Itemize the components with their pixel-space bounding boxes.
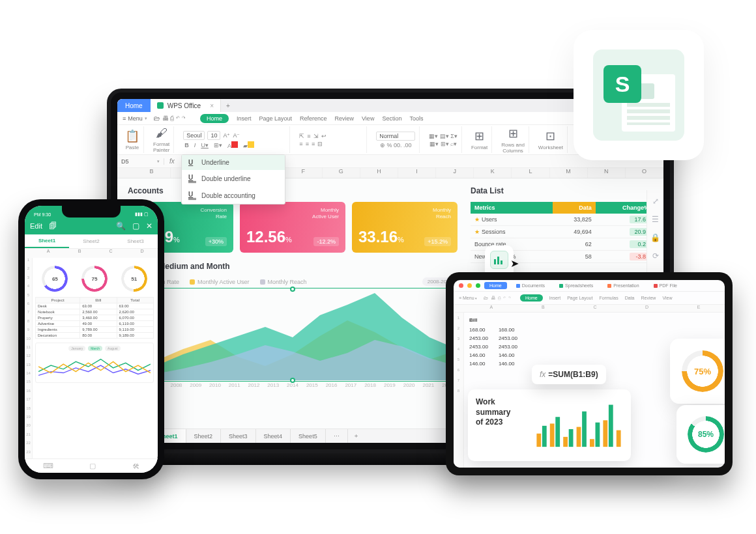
chip[interactable]: January [68,346,85,351]
wrap-text-icon[interactable]: ↩ [321,133,327,139]
minimize-dot-icon[interactable] [467,283,472,288]
table-row[interactable]: ★Sessions49,69420.9 [471,226,653,238]
sheet-tab[interactable]: Sheet3 [113,234,158,248]
rows-cols-dropdown[interactable]: ⊞ Rows and Columns [497,126,529,153]
ribbon-tab[interactable]: Page Layout [567,296,592,300]
expand-icon[interactable]: ⤢ [652,197,659,206]
svg-rect-5 [550,423,555,447]
refresh-icon[interactable]: ⟳ [652,251,659,260]
svg-rect-6 [555,417,560,447]
add-sheet-button[interactable]: ＋ [348,432,364,440]
phone-column-headers[interactable]: ABCD [25,249,158,258]
quick-icons[interactable]: 🗁🖶⎙↶↷ [484,296,514,300]
tablet-icon[interactable]: ▢ [89,462,96,470]
close-icon[interactable]: × [210,102,214,109]
ribbon-tab-page-layout[interactable]: Page Layout [259,115,292,122]
zoom-dot-icon[interactable] [476,283,480,288]
sliders-icon[interactable]: ☰ [652,215,659,224]
grow-font-icon[interactable]: A⁺ [223,132,230,139]
ribbon-tab[interactable]: Review [641,296,656,300]
tablet-column-headers[interactable]: ABCDE [454,305,725,313]
ribbon-tab[interactable]: View [662,296,672,300]
menu-button[interactable]: ≡ Menu [459,296,477,300]
tab-documents[interactable]: Documents [511,282,550,289]
align-right-icon[interactable]: ≡ [312,141,315,147]
quick-access-icons[interactable]: 🗁 🖶 ⎙ ↶ ↷ [154,115,186,122]
table-row[interactable]: ★Users33,82517.6 [471,214,653,226]
align-center-icon[interactable]: ≡ [306,141,309,147]
fx-icon[interactable]: fx [164,158,180,165]
underline-button[interactable]: U▾ [199,142,210,148]
tab-pdf[interactable]: PDF File [648,282,682,289]
tab-document[interactable]: WPS Office × [151,99,221,112]
underline-item[interactable]: UUnderline [182,155,285,170]
tab-presentation[interactable]: Presentation [602,282,644,289]
area-chart[interactable] [128,288,458,381]
italic-button[interactable]: I [193,142,197,148]
shrink-font-icon[interactable]: A⁻ [233,132,240,139]
ribbon-tab-home[interactable]: Home [520,294,543,302]
align-bottom-icon[interactable]: ⇲ [313,133,319,139]
edit-label[interactable]: Edit [30,222,42,230]
keyboard-icon[interactable]: ⌨ [43,462,53,470]
underline-item[interactable]: UDouble accounting [182,187,285,204]
font-color-button[interactable]: A [226,141,239,149]
underline-item[interactable]: UDouble underline [182,170,285,187]
align-left-icon[interactable]: ≡ [299,141,302,147]
sheet-tab[interactable]: Sheet2 [69,234,113,248]
kpi-card-reach[interactable]: Monthly Reach 33.16% +15.2% [352,202,458,253]
clipboard-icon[interactable]: 🗐 [49,221,57,231]
align-middle-icon[interactable]: ≡ [307,133,310,139]
ribbon-tab[interactable]: Insert [549,296,561,300]
ribbon-tab[interactable]: Formulas [599,296,618,300]
cell-style-group[interactable]: ▦▾ ▤▾ Σ▾ ▦▾ ⊞▾ ⌕▾ [425,126,462,153]
style-group[interactable]: Normal ⊕ % 00. .00 [372,126,420,153]
sheet-tab[interactable]: Sheet4 [256,429,291,443]
sheet-tab[interactable]: Sheet5 [291,429,326,443]
kpi-card-mau[interactable]: Monthly Active User 12.56% -12.2% [240,202,345,253]
work-summary-card: Work summary of 2023 [468,389,631,461]
align-top-icon[interactable]: ⇱ [299,133,304,139]
chart-type-icon[interactable] [490,251,508,269]
tab-home[interactable]: Home [117,99,151,112]
ribbon-tab-section[interactable]: Section [382,115,401,122]
cell-reference-box[interactable]: D5 [117,158,164,165]
lock-icon[interactable]: 🔒 [650,233,660,242]
menu-button[interactable]: ≡ Menu [123,115,147,122]
phone-line-chart: January March August [35,343,154,383]
paste-group[interactable]: 📋 Paste [121,126,144,153]
sheet-tab[interactable]: Sheet1 [25,234,69,248]
format-painter-group[interactable]: 🖌 Format Painter [149,126,174,153]
worksheet-dropdown[interactable]: ⊡ Worksheet [534,126,568,153]
ribbon-tab-insert[interactable]: Insert [237,115,252,122]
sheet-tab[interactable]: Sheet2 [186,429,222,443]
chip[interactable]: March [88,346,102,351]
tools-icon[interactable]: 🛠 [132,462,139,470]
tab-home[interactable]: Home [484,282,507,289]
sheet-tab[interactable]: Sheet3 [221,429,256,443]
ribbon-tab-reference[interactable]: Reference [300,115,327,122]
merge-icon[interactable]: ⊟ [317,141,323,147]
ribbon-tab-home[interactable]: Home [200,114,229,123]
tablet-row-headers[interactable]: 12345678 [454,313,464,468]
ribbon-tab-review[interactable]: Review [335,115,355,122]
phone-row-headers[interactable]: 1234567891011121314151617181920212223 [25,258,33,458]
chip[interactable]: August [105,346,121,351]
close-dot-icon[interactable] [459,283,463,288]
border-button[interactable]: ⊞▾ [212,142,224,148]
format-dropdown[interactable]: ⊞ Format [467,126,492,153]
fill-color-button[interactable]: ▰ [242,141,255,149]
ribbon-tab[interactable]: Data [625,296,635,300]
tab-spreadsheets[interactable]: Spreadsheets [554,282,598,289]
font-name-select[interactable]: Seoul [183,131,205,140]
ribbon-tab-tools[interactable]: Tools [409,115,423,122]
bold-button[interactable]: B [183,142,190,148]
cursor-icon: ➤ [510,257,519,270]
ribbon-tab-view[interactable]: View [362,115,374,122]
sheet-tab-more[interactable]: ⋯ [326,429,348,443]
panel-icon[interactable]: ▢ [132,221,139,231]
new-tab-button[interactable]: + [221,99,235,112]
font-size-select[interactable]: 10 [207,131,220,140]
close-icon[interactable]: ✕ [146,221,153,231]
search-icon[interactable]: 🔍 [116,221,126,231]
